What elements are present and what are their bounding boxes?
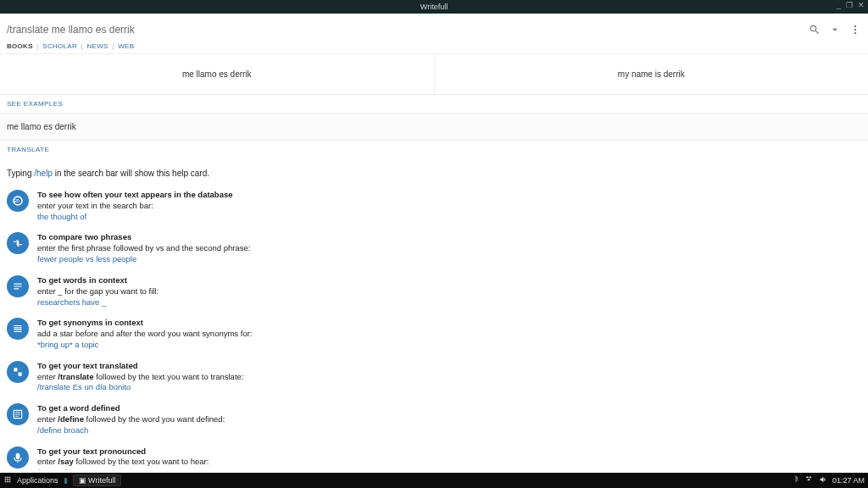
help-example[interactable]: fewer people vs less people	[37, 254, 136, 263]
window-title: Writefull	[420, 3, 448, 11]
more-icon[interactable]	[849, 24, 861, 36]
frequency-icon: 20	[7, 190, 29, 212]
content-scroll[interactable]: me llamo es derrik my name is derrik SEE…	[0, 53, 868, 470]
say-icon	[7, 446, 29, 469]
help-example[interactable]: /say welcome	[37, 468, 86, 470]
help-example[interactable]: *bring up* a topic	[37, 340, 98, 349]
help-item-context: To get words in context enter _ for the …	[0, 272, 868, 314]
source-news[interactable]: NEWS	[87, 42, 108, 50]
comparison-right: my name is derrik	[435, 54, 869, 94]
query-bar: /translate me llamo es derrik	[0, 14, 868, 42]
search-icon[interactable]	[809, 24, 821, 36]
search-input[interactable]: /translate me llamo es derrik	[7, 20, 800, 39]
dropbox-icon[interactable]	[805, 475, 814, 485]
help-item-translate: To get your text translated enter /trans…	[0, 358, 868, 400]
translate-link[interactable]: TRANSLATE	[0, 141, 868, 158]
help-item-synonyms: To get synonyms in context add a star be…	[0, 314, 868, 357]
help-intro: Typing /help in the search bar will show…	[0, 158, 868, 186]
define-icon	[7, 403, 29, 425]
svg-text:20: 20	[14, 198, 19, 203]
context-icon	[7, 275, 29, 297]
see-examples-link[interactable]: SEE EXAMPLES	[0, 95, 868, 113]
volume-icon[interactable]	[819, 475, 827, 485]
svg-point-0	[854, 25, 856, 27]
help-command: /help	[34, 169, 53, 178]
compare-icon	[7, 232, 29, 254]
translate-card: me llamo es derrik	[0, 113, 868, 141]
help-item-compare: To compare two phrases enter the first p…	[0, 229, 868, 271]
applications-menu[interactable]: Applications	[17, 476, 58, 485]
help-example[interactable]: researchers have _	[37, 297, 106, 307]
applications-menu-icon[interactable]	[3, 475, 12, 485]
taskbar-clock[interactable]: 01:27 AM	[832, 476, 865, 485]
minimize-button[interactable]: _	[837, 1, 841, 9]
synonyms-icon	[7, 318, 29, 340]
help-item-frequency: 20 To see how often your text appears in…	[0, 186, 868, 229]
taskbar-app-writefull[interactable]: ▣ Writefull	[73, 474, 122, 486]
source-tabs: BOOKS | SCHOLAR | NEWS | WEB	[0, 42, 868, 53]
restore-button[interactable]: ❐	[846, 1, 853, 9]
help-example[interactable]: /translate Es un día bonito	[37, 382, 131, 391]
translate-icon	[7, 361, 29, 383]
help-item-say: To get your text pronounced enter /say f…	[0, 443, 868, 470]
help-item-define: To get a word defined enter /define foll…	[0, 400, 868, 442]
source-web[interactable]: WEB	[118, 42, 134, 50]
svg-point-2	[854, 32, 856, 34]
help-example[interactable]: /define broach	[37, 425, 88, 435]
chevron-down-icon[interactable]	[829, 24, 841, 36]
app-icon: ▣	[79, 476, 86, 485]
svg-point-1	[854, 29, 856, 30]
bluetooth-icon[interactable]	[792, 475, 800, 485]
desktop-taskbar: Applications ▮ ▣ Writefull 01:27 AM	[0, 473, 868, 488]
source-scholar[interactable]: SCHOLAR	[42, 42, 77, 50]
window-titlebar: Writefull _ ❐ ✕	[0, 0, 868, 14]
close-button[interactable]: ✕	[858, 1, 865, 9]
comparison-left: me llamo es derrik	[0, 54, 435, 94]
comparison-card: me llamo es derrik my name is derrik	[0, 53, 868, 95]
source-books[interactable]: BOOKS	[7, 42, 33, 50]
help-example[interactable]: the thought of	[37, 212, 86, 221]
taskbar-separator-icon: ▮	[64, 476, 68, 485]
